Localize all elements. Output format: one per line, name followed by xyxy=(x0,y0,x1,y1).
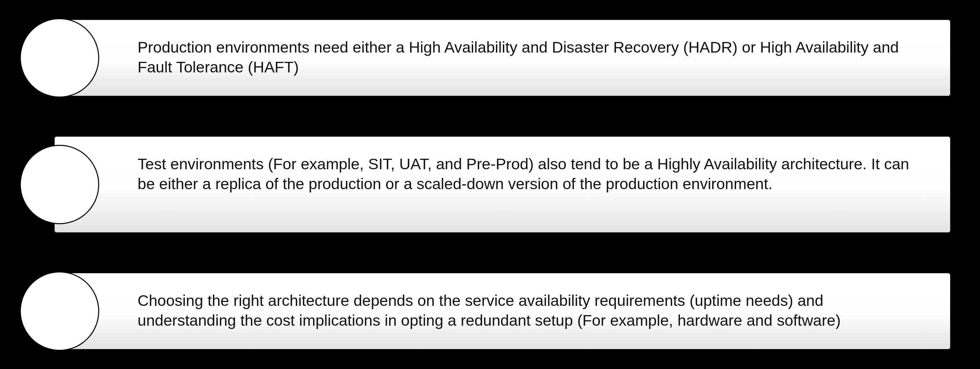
bar-choosing-architecture: Choosing the right architecture depends … xyxy=(54,273,950,349)
diagram-stage: Production environments need either a Hi… xyxy=(0,0,980,369)
bar-test-environments: Test environments (For example, SIT, UAT… xyxy=(54,137,950,232)
bullet-circle-3 xyxy=(20,272,99,351)
row-production: Production environments need either a Hi… xyxy=(20,20,950,96)
bullet-circle-1 xyxy=(20,18,99,97)
text-choosing-architecture: Choosing the right architecture depends … xyxy=(138,291,910,330)
bullet-circle-2 xyxy=(20,145,99,224)
text-test-environments: Test environments (For example, SIT, UAT… xyxy=(138,154,910,194)
row-choosing-architecture: Choosing the right architecture depends … xyxy=(20,273,950,349)
bar-production: Production environments need either a Hi… xyxy=(54,20,950,96)
text-production: Production environments need either a Hi… xyxy=(138,37,910,77)
row-test-environments: Test environments (For example, SIT, UAT… xyxy=(20,137,950,232)
